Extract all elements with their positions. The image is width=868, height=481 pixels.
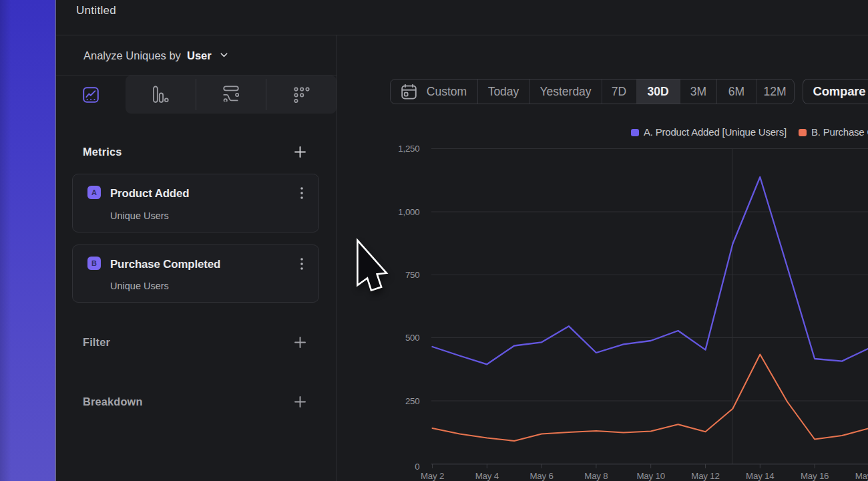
svg-text:250: 250 [405,396,420,406]
svg-text:1,000: 1,000 [398,207,419,217]
svg-text:May 16: May 16 [801,471,829,481]
svg-text:May 4: May 4 [475,471,499,481]
svg-text:May 12: May 12 [691,471,719,481]
svg-text:May 6: May 6 [529,471,553,481]
svg-text:May 14: May 14 [746,471,774,481]
svg-text:May 8: May 8 [584,471,608,481]
svg-text:1,250: 1,250 [398,144,419,154]
svg-text:0: 0 [415,462,419,472]
svg-text:750: 750 [405,270,420,280]
svg-text:May 2: May 2 [421,471,444,481]
svg-text:May 18: May 18 [855,471,868,481]
svg-text:May 10: May 10 [636,471,664,481]
svg-text:500: 500 [405,333,420,343]
